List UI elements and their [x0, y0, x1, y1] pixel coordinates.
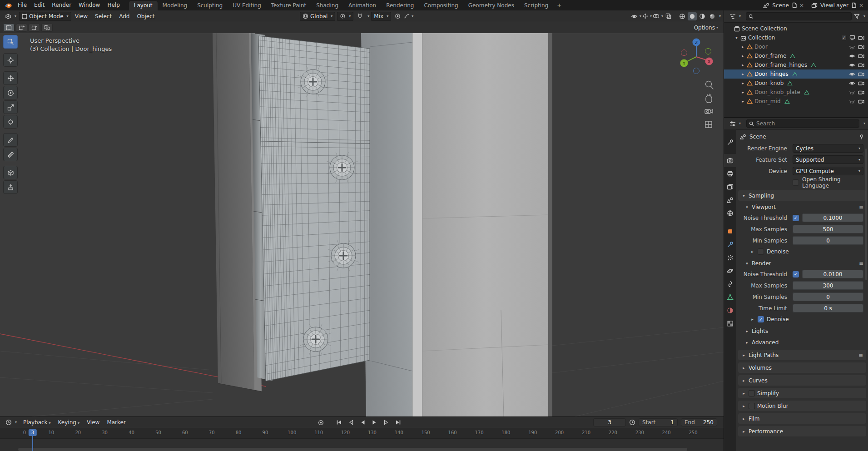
snap-toggle[interactable] [355, 12, 364, 20]
proportional-falloff-dropdown[interactable]: ▾ [404, 12, 413, 20]
properties-filter-dropdown[interactable]: ▾ [863, 122, 865, 125]
workspace-tab-layout[interactable]: Layout [129, 1, 158, 10]
outliner-item-door-frame[interactable]: ▸Door_frame [724, 51, 868, 60]
disclosure-icon[interactable]: ▸ [740, 54, 745, 58]
panel-volumes[interactable]: ▸Volumes [738, 362, 866, 373]
workspace-tab-shading[interactable]: Shading [311, 1, 343, 10]
disclosure-icon[interactable]: ▸ [740, 99, 745, 104]
tool-annotate[interactable] [3, 133, 18, 147]
outliner-item-door-mid[interactable]: ▸Door_mid [724, 97, 868, 106]
tool-transform[interactable] [3, 115, 18, 129]
select-mode-subtract-button[interactable] [29, 24, 40, 32]
menu-file[interactable]: File [14, 0, 30, 10]
advanced-subpanel[interactable]: ▸Advanced [736, 337, 868, 347]
timeline-menu-keying[interactable]: Keying▾ [55, 419, 83, 426]
add-workspace-button[interactable]: + [553, 1, 565, 10]
osl-checkbox[interactable] [793, 179, 799, 186]
render-min-samples-field[interactable]: 0 [793, 292, 863, 301]
outliner-filter-dropdown[interactable]: ▾ [863, 15, 865, 18]
sampling-panel-header[interactable]: ▾Sampling [738, 190, 866, 201]
world-properties-tab[interactable] [724, 207, 736, 220]
preset-menu-icon[interactable]: ≡ [859, 260, 863, 267]
sampling-viewport-subpanel[interactable]: ▾Viewport ≡ [736, 202, 868, 212]
gizmo-toggle[interactable]: ▾ [642, 12, 652, 20]
camera-icon[interactable] [858, 35, 864, 40]
scene-properties-tab[interactable] [724, 193, 736, 207]
editor-type-dropdown[interactable]: ▾ [2, 12, 19, 20]
jump-to-start-button[interactable] [334, 418, 344, 426]
transform-orientation-dropdown[interactable]: Global▾ [300, 12, 335, 21]
render-noise-threshold-field[interactable]: 0.0100 [802, 270, 863, 278]
tool-cursor[interactable] [3, 53, 18, 67]
select-mode-intersect-button[interactable] [41, 24, 53, 32]
auto-key-toggle[interactable] [316, 418, 326, 426]
snap-settings-dropdown[interactable]: ▾ [367, 15, 369, 18]
scene-selector[interactable]: Scene [771, 2, 790, 9]
eye-icon[interactable] [849, 63, 855, 68]
preview-range-toggle[interactable] [629, 419, 635, 426]
camera-icon[interactable] [858, 90, 864, 95]
camera-icon[interactable] [858, 99, 864, 104]
render-properties-tab[interactable] [724, 154, 736, 167]
viewport-menu-select[interactable]: Select [91, 13, 115, 20]
render-denoise-checkbox[interactable]: ✓ [758, 316, 764, 322]
lights-subpanel[interactable]: ▸Lights [736, 326, 868, 336]
tool-move[interactable] [3, 71, 18, 85]
timeline-track[interactable] [0, 439, 724, 451]
menu-help[interactable]: Help [104, 0, 123, 10]
render-engine-dropdown[interactable]: Cycles▾ [793, 144, 863, 153]
panel-light-paths[interactable]: ▸Light Paths≡ [738, 350, 866, 360]
viewlayer-selector[interactable]: ViewLayer [819, 2, 850, 9]
shading-rendered-button[interactable] [708, 12, 717, 20]
camera-icon[interactable] [858, 72, 864, 77]
zoom-icon[interactable] [706, 81, 714, 89]
disclosure-icon[interactable]: ▾ [734, 35, 739, 40]
camera-icon[interactable] [858, 63, 864, 68]
camera-view-icon[interactable] [705, 109, 713, 114]
door-edge-strip[interactable] [412, 33, 422, 416]
tool-rotate[interactable] [3, 86, 18, 99]
outliner-search-input[interactable] [746, 12, 852, 20]
preset-menu-icon[interactable]: ≡ [858, 352, 863, 358]
panel-performance[interactable]: ▸Performance [738, 426, 866, 436]
properties-search-input[interactable]: Search [746, 119, 859, 128]
timeline-ruler[interactable]: 0102030405060708090100110120130140150160… [0, 428, 724, 439]
collection-checkbox[interactable]: ✓ [841, 35, 847, 40]
jump-to-end-button[interactable] [393, 418, 403, 426]
workspace-tab-sculpting[interactable]: Sculpting [192, 1, 228, 10]
xray-toggle[interactable] [664, 12, 673, 20]
playhead-line[interactable] [32, 435, 33, 451]
camera-icon[interactable] [858, 81, 864, 86]
device-dropdown[interactable]: GPU Compute▾ [793, 167, 863, 175]
tool-measure[interactable] [3, 148, 18, 161]
workspace-tab-rendering[interactable]: Rendering [381, 1, 419, 10]
eye-icon[interactable] [849, 54, 855, 59]
end-frame-field[interactable]: End250 [681, 418, 717, 426]
render-denoise-subpanel[interactable]: ▸✓Denoise [736, 314, 868, 325]
workspace-tab-scripting[interactable]: Scripting [519, 1, 553, 10]
play-button[interactable] [369, 418, 380, 426]
start-frame-field[interactable]: Start1 [639, 418, 678, 426]
current-frame-field[interactable]: 3 [593, 418, 626, 426]
object-type-visibility-dropdown[interactable]: ▾ [631, 12, 641, 20]
timeline-menu-view[interactable]: View [83, 419, 103, 426]
constraints-properties-tab[interactable] [724, 278, 736, 291]
panel-film[interactable]: ▸Film [738, 413, 866, 424]
viewport-denoise-subpanel[interactable]: ▸Denoise [736, 246, 868, 257]
menu-render[interactable]: Render [48, 0, 75, 10]
pin-icon[interactable] [859, 134, 864, 139]
remove-viewlayer-icon[interactable]: × [858, 3, 864, 8]
workspace-tab-animation[interactable]: Animation [343, 1, 381, 10]
shading-dropdown[interactable]: ▾ [719, 15, 721, 18]
filter-icon[interactable] [854, 14, 860, 19]
blender-logo[interactable] [3, 0, 14, 10]
eye-icon[interactable] [849, 81, 855, 86]
workspace-tab-geometry-nodes[interactable]: Geometry Nodes [463, 1, 519, 10]
shading-material-button[interactable] [698, 12, 707, 20]
outliner-editor-dropdown[interactable]: ▾ [727, 13, 744, 20]
tool-scale[interactable] [3, 100, 18, 114]
physics-properties-tab[interactable] [724, 264, 736, 278]
workspace-tab-modeling[interactable]: Modeling [158, 1, 193, 10]
proportional-editing-toggle[interactable] [393, 12, 402, 20]
tool-extrude[interactable] [3, 180, 18, 194]
